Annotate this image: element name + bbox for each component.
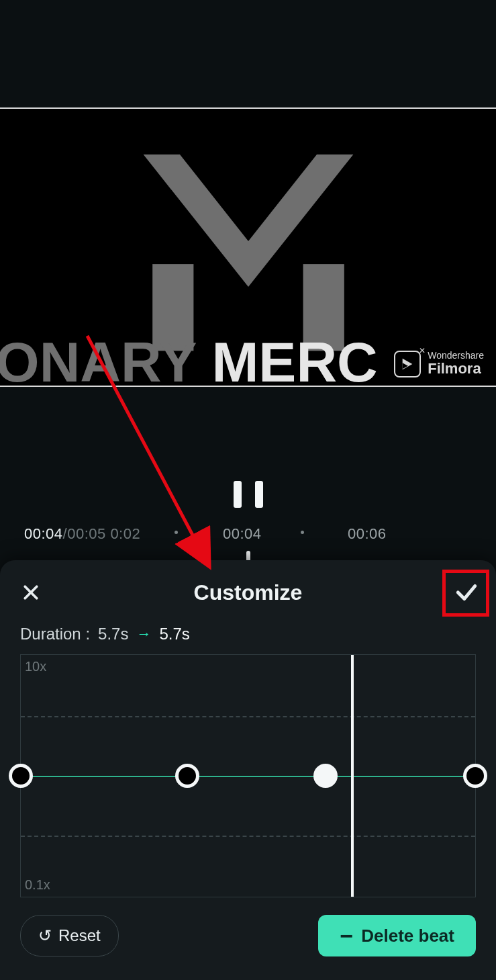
timecode-total: /00:05 0:02 [63, 525, 141, 542]
timecode-current: 00:04/00:05 0:02 [24, 525, 140, 543]
watermark-line2: Filmora [428, 360, 484, 377]
delete-beat-label: Delete beat [361, 926, 454, 946]
ruler-dot [175, 531, 178, 534]
video-preview[interactable]: IONARY MERC ✕ Wondershare Filmora [0, 107, 496, 387]
confirm-button[interactable] [446, 572, 487, 613]
panel-title: Customize [194, 580, 303, 605]
ruler-tick-mid: 00:04 [223, 525, 262, 543]
speed-curve-line [21, 776, 475, 777]
speed-graph[interactable]: 10x 0.1x [20, 654, 476, 897]
caption-light: MERC [196, 330, 378, 387]
watermark-close-icon[interactable]: ✕ [419, 346, 426, 355]
logo-mark [134, 127, 362, 358]
pause-icon-bar [234, 481, 242, 508]
speed-keyframe[interactable] [463, 764, 487, 788]
timecode-total-value: 00:05 [67, 525, 106, 542]
filmora-logo-icon: ✕ [394, 351, 421, 377]
arrow-right-icon: → [136, 625, 151, 643]
pause-icon-bar [255, 481, 263, 508]
ruler-tick-right: 00:06 [348, 525, 387, 543]
reset-label: Reset [58, 926, 101, 945]
reset-icon: ↺ [38, 928, 52, 944]
speed-keyframe[interactable] [175, 764, 199, 788]
customize-panel: Customize Duration : 5.7s → 5.7s 10x 0.1… [0, 560, 496, 980]
preview-caption: IONARY MERC [0, 330, 378, 387]
ruler-dot [301, 531, 304, 534]
duration-from: 5.7s [98, 625, 128, 643]
caption-dark: IONARY [0, 330, 196, 387]
watermark-line1: Wondershare [428, 351, 484, 360]
filmora-watermark[interactable]: ✕ Wondershare Filmora [394, 351, 484, 377]
graph-playhead[interactable] [351, 655, 354, 897]
speed-keyframe[interactable] [9, 764, 33, 788]
graph-gridline [21, 716, 475, 717]
duration-row: Duration : 5.7s → 5.7s [20, 625, 190, 643]
panel-bottom-row: ↺ Reset − Delete beat [0, 911, 496, 960]
y-axis-top-label: 10x [25, 659, 46, 674]
panel-header: Customize [0, 560, 496, 625]
timecode-extra: 0:02 [110, 525, 140, 542]
watermark-text: Wondershare Filmora [428, 351, 484, 377]
graph-gridline [21, 836, 475, 837]
delete-beat-button[interactable]: − Delete beat [318, 915, 476, 956]
reset-button[interactable]: ↺ Reset [20, 915, 119, 956]
speed-keyframe[interactable] [313, 764, 338, 788]
close-button[interactable] [17, 579, 44, 606]
timeline-ruler[interactable]: 00:04/00:05 0:02 00:04 00:06 [0, 523, 496, 549]
duration-label: Duration : [20, 625, 90, 643]
timecode-current-value: 00:04 [24, 525, 63, 542]
pause-button[interactable] [234, 481, 263, 508]
duration-to: 5.7s [159, 625, 189, 643]
y-axis-bottom-label: 0.1x [25, 877, 50, 893]
